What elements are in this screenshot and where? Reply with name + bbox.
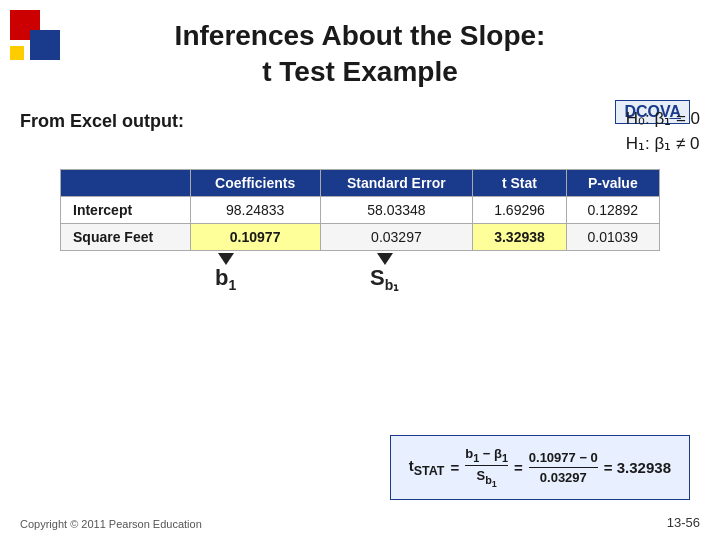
fraction-numerator: b1 − β1 xyxy=(465,446,508,467)
title-line2: t Test Example xyxy=(175,54,546,90)
from-excel-label: From Excel output: xyxy=(20,111,184,132)
result: = 3.32938 xyxy=(604,459,671,476)
sb1-label: Sb₁ xyxy=(370,265,399,293)
sb1-arrow xyxy=(377,253,393,265)
calc-denominator: 0.03297 xyxy=(540,468,587,485)
slide-number: 13-56 xyxy=(667,515,700,530)
title-line1: Inferences About the Slope: xyxy=(175,18,546,54)
row-label-intercept: Intercept xyxy=(61,196,191,223)
b1-arrow xyxy=(218,253,234,265)
sqft-t-stat: 3.32938 xyxy=(473,223,566,250)
annotations-area: b1 Sb₁ xyxy=(60,253,660,323)
hyp-row: From Excel output: H₀: β₁ = 0 H₁: β₁ ≠ 0 xyxy=(20,101,700,157)
table-header-row: Coefficients Standard Error t Stat P-val… xyxy=(61,169,660,196)
equals-sign-2: = xyxy=(514,459,523,476)
sqft-p-value: 0.01039 xyxy=(566,223,659,250)
copyright: Copyright © 2011 Pearson Education xyxy=(20,518,202,530)
table-row: Intercept 98.24833 58.03348 1.69296 0.12… xyxy=(61,196,660,223)
row-label-sqft: Square Feet xyxy=(61,223,191,250)
col-header-empty xyxy=(61,169,191,196)
t-stat-symbol: tSTAT xyxy=(409,457,445,478)
col-header-p-value: P-value xyxy=(566,169,659,196)
sqft-std-err: 0.03297 xyxy=(320,223,473,250)
intercept-p-value: 0.12892 xyxy=(566,196,659,223)
intercept-std-err: 58.03348 xyxy=(320,196,473,223)
col-header-t-stat: t Stat xyxy=(473,169,566,196)
sb1-subscript: b₁ xyxy=(385,277,400,293)
h1: H₁: β₁ ≠ 0 xyxy=(626,131,700,157)
table-wrapper: Coefficients Standard Error t Stat P-val… xyxy=(60,169,660,251)
table-row: Square Feet 0.10977 0.03297 3.32938 0.01… xyxy=(61,223,660,250)
col-header-std-error: Standard Error xyxy=(320,169,473,196)
calc-numerator: 0.10977 − 0 xyxy=(529,450,598,468)
intercept-t-stat: 1.69296 xyxy=(473,196,566,223)
fraction-denominator: Sb1 xyxy=(476,466,496,489)
b1-label: b1 xyxy=(215,265,236,293)
regression-table: Coefficients Standard Error t Stat P-val… xyxy=(60,169,660,251)
sqft-coeff: 0.10977 xyxy=(190,223,320,250)
page-title: Inferences About the Slope: t Test Examp… xyxy=(175,18,546,91)
formula-box: tSTAT = b1 − β1 Sb1 = 0.10977 − 0 0.0329… xyxy=(390,435,690,500)
sb1-annotation: Sb₁ xyxy=(370,253,399,293)
intercept-coeff: 98.24833 xyxy=(190,196,320,223)
hypotheses: H₀: β₁ = 0 H₁: β₁ ≠ 0 xyxy=(626,106,700,157)
b1-subscript: 1 xyxy=(228,277,236,293)
calc-fraction: 0.10977 − 0 0.03297 xyxy=(529,450,598,485)
col-header-coefficients: Coefficients xyxy=(190,169,320,196)
h0: H₀: β₁ = 0 xyxy=(626,106,700,132)
b1-annotation: b1 xyxy=(215,253,236,293)
equals-sign: = xyxy=(451,459,460,476)
stat-sub: STAT xyxy=(414,464,445,478)
main-fraction: b1 − β1 Sb1 xyxy=(465,446,508,489)
formula-line: tSTAT = b1 − β1 Sb1 = 0.10977 − 0 0.0329… xyxy=(409,446,671,489)
